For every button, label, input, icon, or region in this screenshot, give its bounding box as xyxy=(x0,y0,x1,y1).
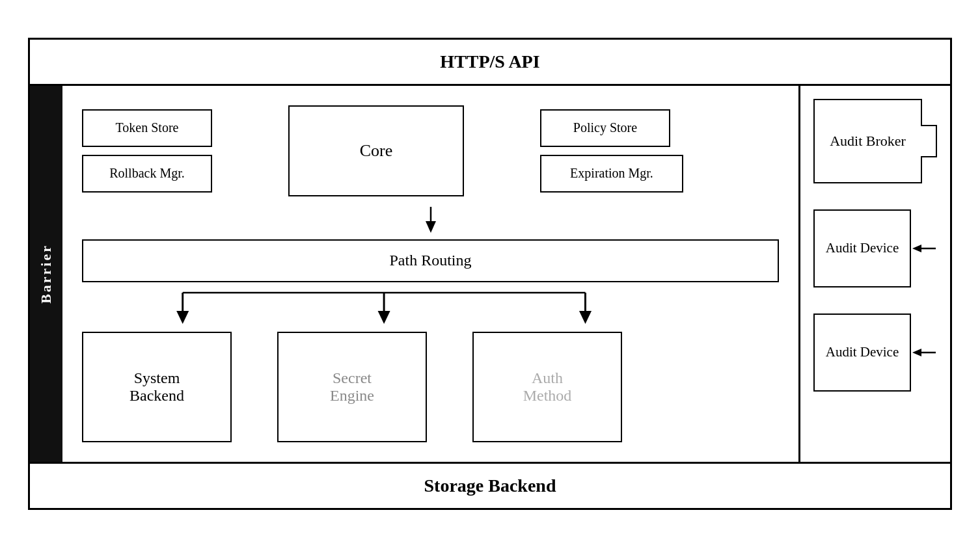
policy-store-box: Policy Store xyxy=(540,109,670,147)
core-to-routing-arrow xyxy=(82,207,779,233)
audit-broker-row: Audit Broker xyxy=(813,99,937,183)
http-api-label: HTTP/S API xyxy=(440,51,539,72)
svg-marker-10 xyxy=(912,245,921,252)
audit-broker-label: Audit Broker xyxy=(830,133,906,150)
token-store-label: Token Store xyxy=(116,120,179,135)
auth-method-label: Auth Method xyxy=(523,369,572,405)
barrier-text: Barrier xyxy=(38,244,55,304)
expiration-mgr-label: Expiration Mgr. xyxy=(570,166,653,181)
token-store-box: Token Store xyxy=(82,109,212,147)
svg-marker-8 xyxy=(579,311,592,324)
system-backend-box: System Backend xyxy=(82,332,232,442)
audit-device-2-label: Audit Device xyxy=(826,344,899,360)
secret-engine-box: Secret Engine xyxy=(277,332,427,442)
system-backend-label: System Backend xyxy=(129,369,184,405)
branch-arrows xyxy=(82,286,779,332)
bottom-boxes-row: System Backend Secret Engine Auth Method xyxy=(82,332,779,442)
audit-device-1-box: Audit Device xyxy=(813,209,911,287)
auth-method-box: Auth Method xyxy=(472,332,622,442)
middle-section: Barrier Token Store Rollback Mgr. xyxy=(30,86,950,462)
arrow-to-audit-2 xyxy=(911,346,937,359)
expiration-mgr-box: Expiration Mgr. xyxy=(540,155,683,193)
core-label: Core xyxy=(360,141,393,161)
audit-device-2-row: Audit Device xyxy=(813,314,937,392)
audit-device-1-label: Audit Device xyxy=(826,240,899,256)
svg-marker-12 xyxy=(912,349,921,356)
svg-marker-4 xyxy=(176,311,189,324)
svg-marker-6 xyxy=(378,311,390,324)
top-row: Token Store Rollback Mgr. Core Policy St… xyxy=(82,105,779,196)
rollback-mgr-box: Rollback Mgr. xyxy=(82,155,212,193)
storage-backend-bar: Storage Backend xyxy=(30,462,950,508)
audit-broker-box: Audit Broker xyxy=(813,99,922,183)
rollback-mgr-label: Rollback Mgr. xyxy=(109,166,185,181)
path-routing-box: Path Routing xyxy=(82,239,779,282)
audit-broker-connector xyxy=(921,125,937,157)
http-api-bar: HTTP/S API xyxy=(30,40,950,86)
path-routing-row: Path Routing xyxy=(82,239,779,282)
path-routing-label: Path Routing xyxy=(389,252,471,269)
policy-store-label: Policy Store xyxy=(573,120,637,135)
barrier-label: Barrier xyxy=(30,86,62,462)
right-panel: Audit Broker Audit Device xyxy=(800,86,950,462)
right-column: Policy Store Expiration Mgr. xyxy=(540,109,683,193)
main-content: Token Store Rollback Mgr. Core Policy St… xyxy=(62,86,800,462)
gap1 xyxy=(245,332,264,442)
left-column: Token Store Rollback Mgr. xyxy=(82,109,212,193)
core-box-wrapper: Core xyxy=(288,105,464,196)
audit-device-1-row: Audit Device xyxy=(813,209,937,287)
architecture-diagram: HTTP/S API Barrier Token Store Rollback … xyxy=(28,38,952,510)
gap2 xyxy=(440,332,459,442)
core-box: Core xyxy=(288,105,464,196)
storage-backend-label: Storage Backend xyxy=(424,475,556,496)
audit-device-2-box: Audit Device xyxy=(813,314,911,392)
secret-engine-label: Secret Engine xyxy=(330,369,374,405)
svg-marker-1 xyxy=(426,221,436,233)
arrow-to-audit-1 xyxy=(911,242,937,255)
